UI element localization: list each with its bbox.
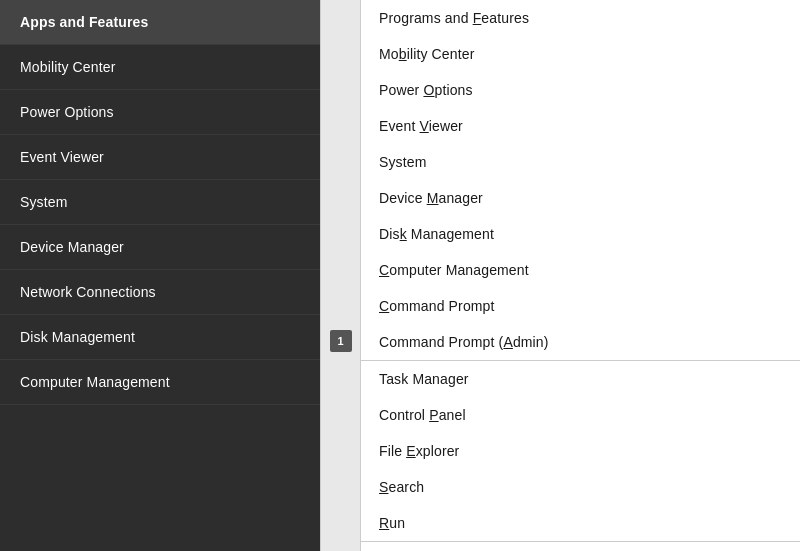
badge-area: 1 (321, 330, 360, 352)
right-section-3: Desktop (361, 542, 800, 551)
right-menu-item-computer-management[interactable]: Computer Management (361, 252, 800, 288)
left-menu-item-power-options[interactable]: Power Options (0, 90, 320, 135)
left-menu-item-network-connections[interactable]: Network Connections (0, 270, 320, 315)
section-badge: 1 (330, 330, 352, 352)
right-menu-item-file-explorer[interactable]: File Explorer (361, 433, 800, 469)
left-menu-item-device-manager[interactable]: Device Manager (0, 225, 320, 270)
right-menu-item-mobility-center[interactable]: Mobility Center (361, 36, 800, 72)
left-menu: Apps and Features Mobility Center Power … (0, 0, 320, 551)
right-section-1: Programs and Features Mobility Center Po… (361, 0, 800, 361)
right-menu-item-disk-management[interactable]: Disk Management (361, 216, 800, 252)
right-menu: Programs and Features Mobility Center Po… (361, 0, 800, 551)
divider-column: 1 (321, 0, 361, 551)
right-menu-item-event-viewer[interactable]: Event Viewer (361, 108, 800, 144)
right-menu-item-search[interactable]: Search (361, 469, 800, 505)
left-menu-item-mobility-center[interactable]: Mobility Center (0, 45, 320, 90)
left-menu-item-disk-management[interactable]: Disk Management (0, 315, 320, 360)
left-menu-item-system[interactable]: System (0, 180, 320, 225)
right-panel: 1 Programs and Features Mobility Center … (320, 0, 800, 551)
right-menu-item-system[interactable]: System (361, 144, 800, 180)
right-menu-item-run[interactable]: Run (361, 505, 800, 541)
left-menu-item-apps-and-features[interactable]: Apps and Features (0, 0, 320, 45)
right-section-2: Task Manager Control Panel File Explorer… (361, 361, 800, 542)
right-menu-item-desktop[interactable]: Desktop (361, 542, 800, 551)
right-menu-item-programs-features[interactable]: Programs and Features (361, 0, 800, 36)
left-menu-item-event-viewer[interactable]: Event Viewer (0, 135, 320, 180)
right-menu-item-power-options[interactable]: Power Options (361, 72, 800, 108)
right-menu-item-command-prompt[interactable]: Command Prompt (361, 288, 800, 324)
left-menu-item-computer-management[interactable]: Computer Management (0, 360, 320, 405)
right-menu-item-command-prompt-admin[interactable]: Command Prompt (Admin) (361, 324, 800, 360)
right-menu-item-device-manager[interactable]: Device Manager (361, 180, 800, 216)
right-menu-item-control-panel[interactable]: Control Panel (361, 397, 800, 433)
right-menu-item-task-manager[interactable]: Task Manager (361, 361, 800, 397)
